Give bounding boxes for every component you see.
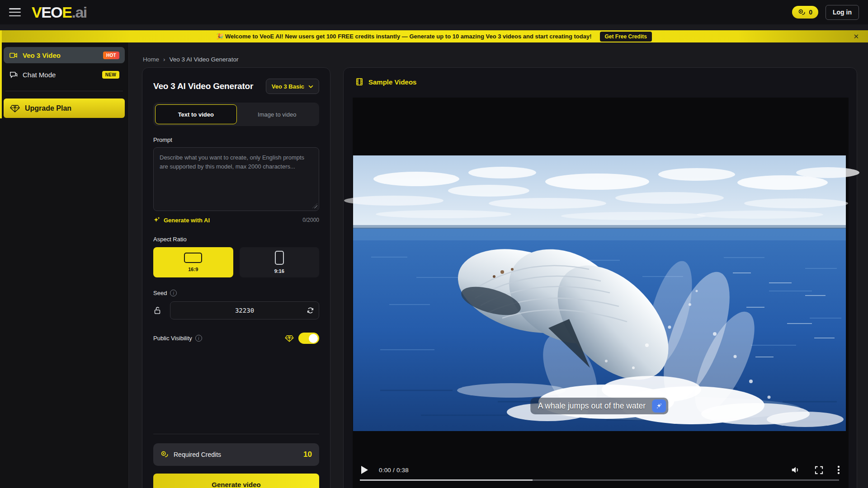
video-progress-bar[interactable] bbox=[360, 479, 839, 481]
aspect-option-9-16[interactable]: 9:16 bbox=[240, 247, 320, 277]
breadcrumb-home-link[interactable]: Home bbox=[143, 56, 159, 63]
landscape-ratio-icon bbox=[184, 253, 202, 263]
gem-icon-small bbox=[285, 335, 293, 342]
video-content[interactable] bbox=[353, 155, 846, 431]
coins-icon bbox=[160, 450, 169, 459]
seed-row bbox=[153, 301, 319, 319]
video-timestamp: 0:00 / 0:38 bbox=[379, 467, 409, 474]
required-credits-value: 10 bbox=[303, 450, 312, 459]
top-bar: VEOE.ai 0 Log in bbox=[0, 0, 868, 24]
sidebar-item-chat-mode[interactable]: Chat Mode NEW bbox=[4, 66, 125, 83]
prompt-input[interactable] bbox=[153, 147, 319, 211]
breadcrumb-separator: › bbox=[163, 56, 165, 63]
portrait-ratio-icon bbox=[275, 251, 284, 265]
sample-videos-title: Sample Videos bbox=[368, 78, 416, 86]
aspect-option-16-9[interactable]: 16:9 bbox=[153, 247, 233, 277]
toggle-knob bbox=[309, 334, 318, 343]
visibility-info-icon[interactable]: i bbox=[195, 335, 202, 342]
video-camera-icon bbox=[9, 51, 18, 60]
video-progress-buffered bbox=[360, 479, 533, 481]
film-strip-icon bbox=[355, 78, 363, 86]
volume-icon[interactable] bbox=[791, 465, 801, 474]
coins-icon bbox=[798, 9, 806, 16]
breadcrumb-current: Veo 3 AI Video Generator bbox=[170, 56, 239, 63]
seed-label-row: Seed i bbox=[153, 290, 319, 296]
video-caption-text: A whale jumps out of the water bbox=[538, 401, 646, 411]
promo-banner-text: 🎉 Welcome to VeoE AI! New users get 100 … bbox=[216, 33, 591, 40]
sidebar-item-label: Chat Mode bbox=[23, 71, 56, 79]
promo-banner: 🎉 Welcome to VeoE AI! New users get 100 … bbox=[0, 30, 868, 42]
hot-badge: HOT bbox=[103, 52, 119, 59]
credits-count: 0 bbox=[809, 9, 812, 16]
sparkles-icon bbox=[153, 216, 160, 224]
refresh-seed-icon[interactable] bbox=[307, 307, 314, 314]
sidebar: Veo 3 Video HOT Chat Mode NEW Upgrade Pl… bbox=[0, 42, 129, 488]
chevron-down-icon bbox=[308, 85, 313, 88]
left-accent-strip bbox=[0, 30, 2, 118]
brand-logo[interactable]: VEOE.ai bbox=[32, 5, 87, 20]
mode-tabs: Text to video Image to video bbox=[153, 103, 319, 126]
credits-balance-pill[interactable]: 0 bbox=[792, 6, 818, 19]
model-select-dropdown[interactable]: Veo 3 Basic bbox=[266, 79, 319, 94]
video-caption-pill: A whale jumps out of the water bbox=[530, 398, 668, 414]
seed-input[interactable] bbox=[170, 301, 319, 319]
aspect-option-label: 9:16 bbox=[274, 268, 284, 274]
use-prompt-sparkle-button[interactable] bbox=[652, 399, 666, 413]
unlock-icon[interactable] bbox=[153, 306, 162, 315]
hamburger-menu-icon[interactable] bbox=[9, 8, 21, 16]
banner-close-icon[interactable]: ✕ bbox=[853, 30, 859, 42]
tab-image-to-video[interactable]: Image to video bbox=[237, 104, 318, 124]
new-badge: NEW bbox=[102, 71, 119, 79]
generate-video-button[interactable]: Generate video bbox=[153, 474, 319, 488]
prompt-label: Prompt bbox=[153, 136, 319, 143]
play-button[interactable] bbox=[361, 466, 368, 474]
video-controls: 0:00 / 0:38 bbox=[353, 462, 849, 478]
veoe-app: VEOE.ai 0 Log in 🎉 Welcome to VeoE AI! N… bbox=[0, 0, 868, 488]
upgrade-plan-button[interactable]: Upgrade Plan bbox=[4, 99, 125, 118]
topbar-actions: 0 Log in bbox=[792, 5, 859, 20]
video-player: A whale jumps out of the water 0:00 / 0:… bbox=[353, 98, 849, 488]
generate-with-ai-button[interactable]: Generate with AI bbox=[153, 216, 210, 224]
generate-with-ai-label: Generate with AI bbox=[164, 217, 210, 224]
public-visibility-label: Public Visibility bbox=[153, 335, 192, 342]
login-button[interactable]: Log in bbox=[826, 5, 859, 20]
chat-bubble-icon bbox=[9, 70, 18, 79]
gem-icon bbox=[10, 104, 19, 113]
tab-text-to-video[interactable]: Text to video bbox=[155, 104, 237, 124]
visibility-label-row: Public Visibility i bbox=[153, 335, 202, 342]
sidebar-item-veo3-video[interactable]: Veo 3 Video HOT bbox=[4, 47, 125, 63]
required-credits-label: Required Credits bbox=[174, 451, 221, 458]
fullscreen-icon[interactable] bbox=[815, 466, 823, 474]
breadcrumb: Home › Veo 3 AI Video Generator bbox=[143, 56, 238, 63]
page-title: Veo 3 AI Video Generator bbox=[153, 81, 253, 91]
aspect-option-label: 16:9 bbox=[188, 267, 198, 272]
public-visibility-toggle[interactable] bbox=[298, 333, 319, 344]
sidebar-divider bbox=[5, 91, 123, 91]
upgrade-plan-label: Upgrade Plan bbox=[25, 104, 71, 113]
char-counter: 0/2000 bbox=[302, 217, 319, 223]
footer-divider bbox=[153, 434, 319, 434]
whale-video-still bbox=[353, 155, 846, 431]
seed-label: Seed bbox=[153, 290, 167, 296]
model-select-value: Veo 3 Basic bbox=[272, 83, 304, 90]
generator-panel: Veo 3 AI Video Generator Veo 3 Basic Tex… bbox=[142, 67, 330, 488]
get-free-credits-button[interactable]: Get Free Credits bbox=[600, 32, 652, 42]
more-options-icon[interactable] bbox=[837, 465, 840, 474]
sidebar-item-label: Veo 3 Video bbox=[23, 52, 61, 59]
aspect-ratio-label: Aspect Ratio bbox=[153, 236, 319, 243]
seed-info-icon[interactable]: i bbox=[170, 290, 177, 296]
aspect-ratio-options: 16:9 9:16 bbox=[153, 247, 319, 277]
sample-videos-panel: Sample Videos bbox=[343, 67, 857, 488]
required-credits-box: Required Credits 10 bbox=[153, 443, 319, 466]
